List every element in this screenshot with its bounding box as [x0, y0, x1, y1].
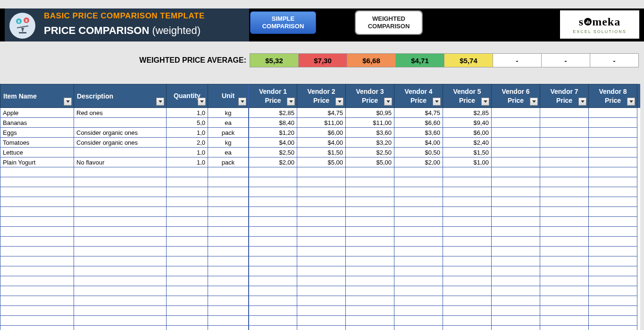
price-cell[interactable] [491, 128, 540, 138]
price-cell[interactable]: $2,00 [248, 157, 297, 167]
cell[interactable] [0, 177, 74, 187]
col-vendor-price[interactable]: Vendor 2Price [297, 84, 346, 108]
col-vendor-price[interactable]: Vendor 8Price [588, 84, 637, 108]
cell[interactable]: Tomatoes [0, 138, 74, 148]
price-cell[interactable] [394, 187, 443, 197]
cell[interactable] [74, 197, 167, 207]
price-cell[interactable] [394, 167, 443, 177]
filter-dropdown-icon[interactable] [384, 98, 392, 106]
price-cell[interactable]: $4,00 [394, 138, 443, 148]
price-cell[interactable] [588, 237, 637, 247]
cell[interactable] [0, 197, 74, 207]
cell[interactable] [208, 177, 249, 187]
cell[interactable] [0, 296, 74, 306]
cell[interactable] [0, 167, 74, 177]
price-cell[interactable]: $2,50 [248, 148, 297, 157]
price-cell[interactable] [248, 306, 297, 316]
price-cell[interactable] [345, 247, 394, 256]
price-cell[interactable] [345, 177, 394, 187]
cell[interactable] [166, 207, 208, 217]
price-cell[interactable] [248, 187, 297, 197]
price-cell[interactable] [394, 316, 443, 326]
price-cell[interactable] [588, 207, 637, 217]
cell[interactable]: Apple [0, 108, 74, 118]
price-cell[interactable] [248, 276, 297, 286]
price-cell[interactable] [491, 286, 540, 296]
price-cell[interactable] [540, 187, 589, 197]
price-cell[interactable] [443, 306, 492, 316]
cell[interactable] [208, 237, 249, 247]
price-cell[interactable] [443, 187, 492, 197]
price-cell[interactable] [394, 286, 443, 296]
price-cell[interactable]: $4,75 [394, 108, 443, 118]
price-cell[interactable] [540, 167, 589, 177]
cell[interactable] [0, 276, 74, 286]
col-vendor-price[interactable]: Vendor 4Price [394, 84, 443, 108]
cell[interactable] [0, 227, 74, 237]
price-cell[interactable] [540, 108, 589, 118]
cell[interactable] [0, 256, 74, 266]
cell[interactable] [208, 256, 249, 266]
price-cell[interactable] [588, 177, 637, 187]
price-cell[interactable] [297, 296, 346, 306]
price-cell[interactable]: $5,00 [345, 157, 394, 167]
price-cell[interactable]: $6,60 [394, 118, 443, 128]
cell[interactable] [0, 286, 74, 296]
price-cell[interactable] [248, 227, 297, 237]
price-cell[interactable] [345, 316, 394, 326]
cell[interactable] [74, 207, 167, 217]
price-cell[interactable]: $8,40 [248, 118, 297, 128]
filter-dropdown-icon[interactable] [433, 98, 441, 106]
col-vendor-price[interactable]: Vendor 5Price [443, 84, 492, 108]
price-cell[interactable] [248, 247, 297, 256]
cell[interactable]: kg [208, 108, 249, 118]
price-cell[interactable] [540, 227, 589, 237]
price-cell[interactable] [394, 227, 443, 237]
price-cell[interactable] [394, 217, 443, 227]
cell[interactable] [0, 207, 74, 217]
price-cell[interactable] [588, 138, 637, 148]
price-cell[interactable] [588, 247, 637, 256]
cell[interactable] [74, 118, 167, 128]
price-cell[interactable] [443, 207, 492, 217]
cell[interactable] [74, 177, 167, 187]
price-cell[interactable] [297, 177, 346, 187]
filter-dropdown-icon[interactable] [627, 98, 635, 106]
price-cell[interactable] [540, 148, 589, 157]
cell[interactable] [74, 247, 167, 256]
price-cell[interactable] [491, 227, 540, 237]
cell[interactable]: pack [208, 157, 249, 167]
cell[interactable] [166, 167, 208, 177]
cell[interactable]: kg [208, 138, 249, 148]
filter-dropdown-icon[interactable] [530, 98, 538, 106]
price-cell[interactable] [394, 326, 443, 330]
price-cell[interactable] [491, 237, 540, 247]
cell[interactable] [166, 316, 208, 326]
weighted-comparison-button[interactable]: WEIGHTED COMPARISON [356, 11, 422, 34]
price-cell[interactable]: $6,00 [443, 128, 492, 138]
cell[interactable]: 1,0 [166, 128, 208, 138]
price-cell[interactable] [491, 108, 540, 118]
price-cell[interactable] [248, 286, 297, 296]
price-cell[interactable] [588, 286, 637, 296]
price-cell[interactable]: $3,60 [345, 128, 394, 138]
cell[interactable]: ea [208, 118, 249, 128]
price-cell[interactable] [540, 207, 589, 217]
cell[interactable] [208, 266, 249, 276]
cell[interactable] [166, 177, 208, 187]
filter-dropdown-icon[interactable] [64, 98, 72, 106]
cell[interactable] [0, 316, 74, 326]
price-cell[interactable] [394, 207, 443, 217]
cell[interactable] [74, 286, 167, 296]
price-cell[interactable] [394, 266, 443, 276]
price-cell[interactable]: $1,50 [443, 148, 492, 157]
price-cell[interactable] [297, 237, 346, 247]
price-cell[interactable] [491, 306, 540, 316]
col-vendor-price[interactable]: Vendor 7Price [540, 84, 589, 108]
price-cell[interactable] [540, 217, 589, 227]
price-cell[interactable] [540, 286, 589, 296]
price-cell[interactable] [540, 296, 589, 306]
cell[interactable] [0, 266, 74, 276]
cell[interactable] [208, 276, 249, 286]
col-vendor-price[interactable]: Vendor 3Price [345, 84, 394, 108]
